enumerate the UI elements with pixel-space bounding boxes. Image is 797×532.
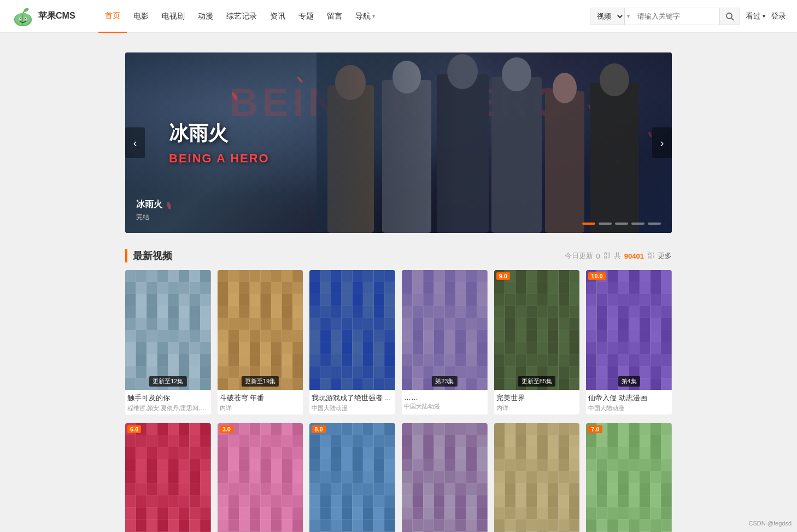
svg-rect-493 [597,354,608,366]
svg-rect-698 [374,447,385,459]
svg-rect-429 [505,378,515,390]
video-thumb-wrap: 6.0 [125,423,211,532]
svg-rect-657 [271,507,282,519]
svg-rect-293 [413,294,424,306]
banner-carousel: BEING A HERO 冰雨火 BEING A HERO [125,52,672,233]
svg-rect-118 [239,270,250,282]
login-button[interactable]: 登录 [771,11,786,21]
nav-item-专题[interactable]: 专题 [292,0,320,33]
search-button[interactable] [719,8,740,25]
nav-item-动漫[interactable]: 动漫 [191,0,220,33]
svg-rect-372 [494,294,505,306]
svg-rect-637 [228,483,239,495]
video-card[interactable]: 10.0第4集仙帝入侵 动志漫画中国大陆动漫 [586,270,672,414]
svg-rect-124 [218,282,228,294]
video-card[interactable]: 更新至19集斗破苍穹 年番内详 [218,270,303,414]
nav-item-导航[interactable]: 导航 ▾ [349,0,382,33]
svg-rect-804 [402,495,413,507]
video-card[interactable]: 7.0动漫6动漫 [586,423,672,532]
svg-rect-147 [292,306,303,318]
svg-rect-700 [309,459,320,471]
banner-prev-button[interactable]: ‹ [125,127,145,158]
svg-rect-902 [515,519,526,531]
more-link[interactable]: 更多 [658,251,672,261]
svg-rect-889 [548,495,559,507]
svg-rect-382 [515,306,526,318]
svg-rect-189 [228,378,239,390]
svg-rect-169 [271,342,282,354]
svg-rect-392 [537,318,548,330]
svg-rect-125 [228,282,239,294]
nav-item-电影[interactable]: 电影 [127,0,155,33]
svg-rect-632 [260,471,271,483]
svg-rect-866 [558,459,569,471]
svg-rect-332 [402,354,413,366]
svg-rect-974 [607,507,618,519]
svg-rect-401 [548,330,559,342]
svg-rect-742 [331,519,342,531]
video-card[interactable]: 动漫4动漫 [402,423,488,532]
svg-rect-499 [661,354,672,366]
svg-rect-972 [586,507,597,519]
svg-rect-139 [292,294,303,306]
nav-item-资讯[interactable]: 资讯 [263,0,292,33]
video-badge: 6.0 [127,425,141,433]
total-count: 90401 [624,252,644,260]
svg-rect-900 [494,519,505,531]
search-input[interactable] [632,8,719,25]
svg-rect-163 [292,330,303,342]
svg-rect-381 [505,306,515,318]
banner-dot-4[interactable] [631,223,644,225]
svg-rect-483 [661,330,672,342]
video-card[interactable]: 3.0动漫2动漫 [218,423,303,532]
svg-rect-335 [434,354,445,366]
video-card[interactable]: 8.0动漫3动漫 [309,423,395,532]
svg-rect-174 [239,354,250,366]
svg-rect-42 [189,270,200,282]
svg-rect-950 [607,471,618,483]
nav-item-综艺记录[interactable]: 综艺记录 [220,0,263,33]
svg-rect-625 [271,459,282,471]
svg-rect-679 [342,423,353,435]
svg-rect-150 [239,318,250,330]
svg-rect-454 [607,294,618,306]
svg-rect-765 [413,435,424,447]
svg-rect-508 [586,378,597,390]
nav-item-电视剧[interactable]: 电视剧 [155,0,191,33]
video-card[interactable]: 更新至12集触手可及的你程维哲,颜安,夏依丹,雷思阅,王... [125,270,211,414]
svg-rect-340 [402,366,413,378]
svg-rect-620 [218,459,228,471]
svg-rect-233 [363,318,374,330]
video-card[interactable]: 9.0更新至85集完美世界内详 [494,270,580,414]
video-card[interactable]: 6.0动漫1动漫 [125,423,211,532]
banner-title-area: 冰雨火 BEING A HERO [169,120,269,166]
svg-rect-531 [200,435,211,447]
video-card[interactable]: 我玩游戏成了绝世强者 ...中国大陆动漫 [309,270,395,414]
video-card[interactable]: 第23集……中国大陆动漫 [402,270,488,414]
svg-rect-705 [363,459,374,471]
nav-item-首页[interactable]: 首页 [98,0,127,33]
search-type-select[interactable]: 视频 [590,8,625,25]
banner-dot-5[interactable] [648,223,661,225]
nav-item-留言[interactable]: 留言 [320,0,349,33]
svg-rect-435 [569,378,580,390]
svg-rect-403 [569,330,580,342]
svg-rect-245 [320,342,331,354]
svg-rect-177 [271,354,282,366]
svg-rect-536 [168,447,179,459]
banner-dot-2[interactable] [599,223,612,225]
video-card[interactable]: 动漫5动漫 [494,423,580,532]
banner-dot-1[interactable] [582,223,595,225]
svg-rect-618 [282,447,292,459]
svg-rect-133 [228,294,239,306]
banner-next-button[interactable]: › [652,127,672,158]
svg-rect-721 [363,483,374,495]
svg-rect-543 [157,459,168,471]
banner-dot-3[interactable] [615,223,628,225]
svg-rect-475 [661,318,672,330]
svg-rect-933 [597,447,608,459]
svg-rect-896 [537,507,548,519]
svg-rect-975 [618,507,629,519]
svg-rect-582 [146,519,157,531]
watched-button[interactable]: 看过 ▾ [746,11,765,21]
